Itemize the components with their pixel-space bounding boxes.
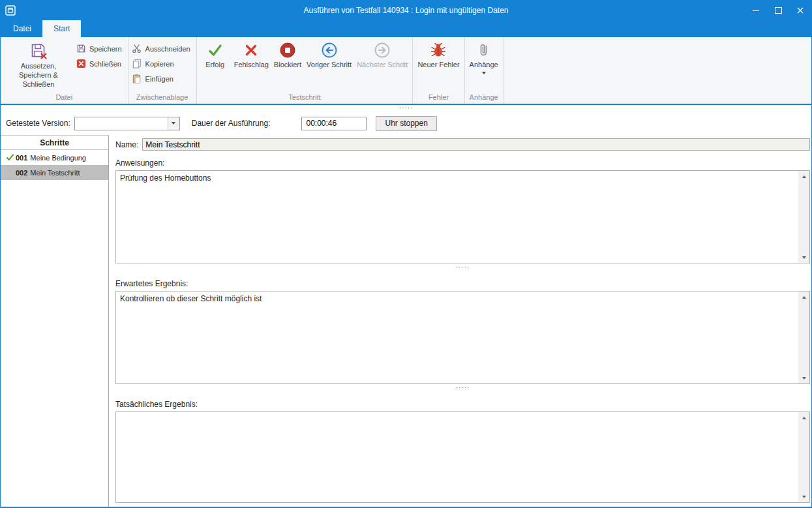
steps-panel: Schritte 001 Meine Bedingung 002 Mein Te… <box>1 135 109 507</box>
arrow-down-icon <box>802 377 806 380</box>
getestete-version-combobox[interactable] <box>74 117 180 130</box>
schliessen-label: Schließen <box>89 60 121 68</box>
step-detail-panel: Name: Anweisungen: Prüfung des Homebutto… <box>109 135 811 507</box>
minimize-icon <box>753 10 759 11</box>
app-icon[interactable] <box>5 5 16 16</box>
tatsaechliches-ergebnis-label: Tatsächliches Ergebnis: <box>115 400 810 409</box>
minimize-button[interactable] <box>745 1 767 20</box>
section-splitter-handle[interactable]: ····· <box>115 263 810 271</box>
maximize-button[interactable] <box>767 1 789 20</box>
neuer-fehler-label: Neuer Fehler <box>417 61 459 69</box>
close-box-icon <box>76 59 86 69</box>
group-caption-testschritt: Testschritt <box>197 93 413 104</box>
section-splitter-handle[interactable]: ····· <box>115 384 810 392</box>
kopieren-label: Kopieren <box>145 60 174 68</box>
arrow-down-icon <box>802 496 806 498</box>
erwartetes-scrollbar[interactable] <box>798 291 809 383</box>
schliessen-button[interactable]: Schließen <box>74 56 126 71</box>
next-arrow-icon <box>372 41 392 59</box>
tatsaechliches-scrollbar[interactable] <box>798 412 809 502</box>
ribbon-group-zwischenablage: Ausschneiden Kopieren <box>128 37 197 104</box>
scroll-up-button[interactable] <box>798 412 809 423</box>
maximize-icon <box>775 7 782 14</box>
anweisungen-scrollbar[interactable] <box>798 171 809 263</box>
suspend-save-close-button[interactable]: Aussetzen, Speichern & Schließen <box>3 38 74 93</box>
scroll-up-button[interactable] <box>798 291 809 303</box>
blockiert-label: Blockiert <box>274 61 301 69</box>
group-caption-zwischenablage: Zwischenablage <box>128 93 196 104</box>
einfuegen-button[interactable]: Einfügen <box>130 71 194 86</box>
naechster-schritt-button[interactable]: Nächster Schritt <box>354 38 410 93</box>
anweisungen-textarea[interactable]: Prüfung des Homebuttons <box>116 171 798 263</box>
arrow-up-icon <box>802 175 806 178</box>
ausschneiden-button[interactable]: Ausschneiden <box>130 41 194 56</box>
close-button[interactable] <box>789 1 811 20</box>
speichern-label: Speichern <box>89 45 122 53</box>
dauer-label: Dauer der Ausführung: <box>192 119 271 128</box>
step-item-001[interactable]: 001 Meine Bedingung <box>1 150 108 165</box>
erwartetes-ergebnis-textarea[interactable]: Kontrollieren ob dieser Schritt möglich … <box>116 291 798 383</box>
arrow-up-icon <box>802 296 806 299</box>
window-title: Ausführen von Testfall 140934 : Login mi… <box>1 6 811 15</box>
arrow-up-icon <box>802 417 806 419</box>
scroll-down-button[interactable] <box>798 491 809 502</box>
step-item-002[interactable]: 002 Mein Testschritt <box>1 165 108 180</box>
dauer-input[interactable] <box>301 117 367 130</box>
ribbon-group-testschritt: Erfolg Fehlschlag <box>197 37 414 104</box>
chevron-down-icon <box>172 122 175 125</box>
datei-small-buttons: Speichern Schließen <box>74 38 126 93</box>
scissors-icon <box>132 44 142 54</box>
copy-icon <box>132 59 142 69</box>
anweisungen-box: Prüfung des Homebuttons <box>115 170 810 263</box>
app-window: Ausführen von Testfall 140934 : Login mi… <box>0 0 812 508</box>
group-caption-fehler: Fehler <box>413 93 464 104</box>
voriger-schritt-button[interactable]: Voriger Schritt <box>304 38 354 93</box>
ribbon-group-anhaenge: Anhänge Anhänge <box>465 37 504 104</box>
step-label: Mein Testschritt <box>30 169 80 177</box>
suspend-save-close-label: Aussetzen, Speichern & Schließen <box>4 62 73 89</box>
scroll-down-button[interactable] <box>798 372 809 383</box>
fehlschlag-button[interactable]: Fehlschlag <box>232 38 271 93</box>
version-bar: Getestete Version: Dauer der Ausführung:… <box>1 112 811 135</box>
anhaenge-dropdown-icon <box>482 72 486 74</box>
tatsaechliches-ergebnis-textarea[interactable] <box>116 412 798 502</box>
scroll-up-button[interactable] <box>798 171 809 182</box>
scroll-down-button[interactable] <box>798 252 809 263</box>
tab-start[interactable]: Start <box>42 20 81 37</box>
tab-datei[interactable]: Datei <box>2 20 42 37</box>
erfolg-label: Erfolg <box>205 61 224 69</box>
anhaenge-label: Anhänge <box>470 61 498 69</box>
window-controls <box>745 1 811 20</box>
anhaenge-button[interactable]: Anhänge <box>467 38 501 93</box>
combobox-dropdown-button[interactable] <box>168 117 179 130</box>
neuer-fehler-button[interactable]: Neuer Fehler <box>415 38 462 93</box>
ribbon-group-fehler: Neuer Fehler Fehler <box>413 37 464 104</box>
blockiert-button[interactable]: Blockiert <box>271 38 304 93</box>
speichern-button[interactable]: Speichern <box>74 41 126 56</box>
step-label: Meine Bedingung <box>30 154 86 162</box>
einfuegen-label: Einfügen <box>145 75 173 83</box>
paperclip-icon <box>474 41 494 59</box>
anweisungen-label: Anweisungen: <box>115 158 810 168</box>
ribbon-splitter-handle[interactable]: ····· <box>1 105 811 112</box>
uhr-stoppen-button[interactable]: Uhr stoppen <box>376 116 436 131</box>
tatsaechliches-ergebnis-box <box>115 411 810 503</box>
getestete-version-label: Getestete Version: <box>6 119 70 128</box>
prev-arrow-icon <box>320 41 339 59</box>
erfolg-button[interactable]: Erfolg <box>199 38 232 93</box>
ribbon-tab-row: Datei Start <box>1 20 811 37</box>
name-label: Name: <box>115 140 138 149</box>
erwartetes-ergebnis-box: Kontrollieren ob dieser Schritt möglich … <box>115 291 810 384</box>
success-check-icon <box>205 41 225 59</box>
save-suspend-icon <box>29 42 48 60</box>
close-icon <box>797 7 804 14</box>
naechster-schritt-label: Nächster Schritt <box>357 61 408 69</box>
name-input[interactable] <box>142 138 810 151</box>
title-bar: Ausführen von Testfall 140934 : Login mi… <box>1 1 811 20</box>
getestete-version-input[interactable] <box>75 117 168 130</box>
ausschneiden-label: Ausschneiden <box>145 45 190 53</box>
group-caption-datei: Datei <box>1 93 128 104</box>
name-row: Name: <box>115 138 810 151</box>
kopieren-button[interactable]: Kopieren <box>130 56 194 71</box>
ribbon: Aussetzen, Speichern & Schließen Speiche… <box>1 37 811 105</box>
